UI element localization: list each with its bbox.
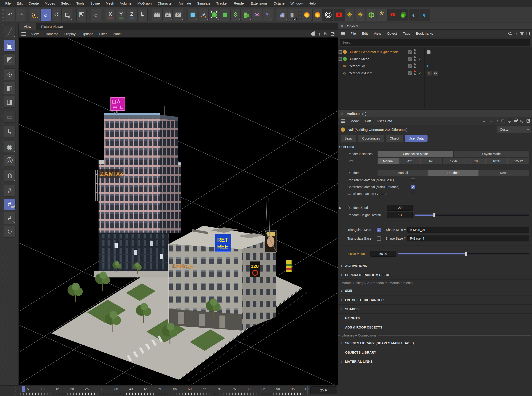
attributes-menu-userdata[interactable]: User Data	[374, 119, 395, 123]
cube-primitive-button[interactable]	[188, 9, 198, 21]
expand-icon[interactable]: +	[338, 50, 342, 54]
filter-icon[interactable]	[508, 120, 511, 122]
home-icon[interactable]: ⌂	[515, 31, 517, 36]
deformer-button[interactable]: ∿	[263, 9, 273, 21]
close-icon[interactable]: ✕	[341, 111, 343, 116]
random-height-input[interactable]: 13	[387, 212, 413, 218]
viewport-menu-panel[interactable]: Panel	[110, 32, 124, 36]
viewport-menu-filter[interactable]: Filter	[96, 32, 110, 36]
enabled-check-icon[interactable]: ✓	[418, 57, 421, 61]
layer-toggle-icon[interactable]	[408, 50, 412, 54]
back-icon[interactable]: ←	[482, 119, 486, 123]
tree-row-building-generator[interactable]: + Building Generator 2.0 @florenoir	[338, 48, 424, 55]
consistent-facade-checkbox[interactable]	[411, 192, 415, 196]
snap-mode-button[interactable]: U	[4, 170, 16, 181]
symmetry-button[interactable]: ⋈	[252, 9, 262, 21]
tab-coordinates[interactable]: Coordinates	[358, 135, 384, 142]
attributes-menu-mode[interactable]: Mode	[348, 119, 362, 123]
render-picture-viewer-button[interactable]: ▶	[162, 9, 173, 21]
render-view-button[interactable]	[152, 9, 162, 21]
size-12x12-button[interactable]: 12x12	[508, 158, 529, 164]
environment-tag-icon[interactable]: ◐	[427, 63, 429, 69]
section-objects-library[interactable]: ›OBJECTS LIBRARY	[338, 348, 532, 357]
objects-menu-view[interactable]: View	[371, 31, 384, 35]
tab-object[interactable]: Object	[386, 135, 403, 142]
tree-row-octanedaylight[interactable]: ☼ OctaneDayLight ✓	[338, 70, 424, 77]
layout-mode-button[interactable]: Layout Mode	[454, 151, 530, 157]
section-ads-roof-objects[interactable]: ›ADS & ROOF OBJECTS	[338, 323, 532, 332]
edge-mode-button[interactable]: ◧	[4, 82, 16, 94]
layer-toggle-icon[interactable]	[408, 64, 412, 68]
section-shapes[interactable]: ›SHAPES	[338, 304, 532, 314]
axis-move-button[interactable]: ↔↕	[91, 9, 101, 21]
tree-row-building-mesh[interactable]: + Building Mesh ✓	[338, 55, 424, 63]
track-marker-icon[interactable]: ▶	[339, 206, 342, 210]
forward-icon[interactable]: →	[489, 119, 493, 123]
workplane-lock-button[interactable]: #	[4, 198, 16, 210]
attributes-hamburger-icon[interactable]	[341, 119, 345, 123]
layer-toggle-icon[interactable]	[408, 71, 412, 75]
y-axis-lock-button[interactable]: Y	[116, 9, 126, 21]
octane-scatter-button[interactable]	[366, 9, 376, 21]
octane-sun2-button[interactable]: ☀	[355, 9, 366, 21]
section-activations[interactable]: ›ACTIVATIONS	[338, 261, 532, 270]
menu-animate[interactable]: Animate	[176, 1, 194, 5]
visibility-dots[interactable]	[414, 70, 416, 76]
x-axis-lock-button[interactable]: X	[105, 9, 115, 21]
point-mode-button[interactable]: ⊙	[4, 68, 16, 80]
viewport-menu-display[interactable]: Display	[61, 32, 78, 36]
object-name[interactable]: Building Mesh	[349, 57, 369, 61]
size-4x4-button[interactable]: 4x4	[399, 158, 420, 164]
solo-mode-button[interactable]: ◉	[4, 141, 16, 153]
octane-starburst-button[interactable]: *	[377, 9, 387, 21]
preset-dropdown[interactable]: Custom ▼	[497, 126, 531, 133]
auto-mode-button[interactable]: Ⓐ	[4, 155, 16, 166]
layer-toggle-icon[interactable]	[408, 57, 412, 61]
menu-edit[interactable]: Edit	[14, 1, 26, 5]
render-settings-button[interactable]: ⚙	[173, 9, 183, 21]
texture-mode-button[interactable]: ◩	[4, 53, 16, 65]
coordinate-system-button[interactable]: ↳	[137, 9, 148, 21]
building-mid-block[interactable]: ZAMIXA	[95, 160, 181, 233]
model-mode-button[interactable]: ▣	[4, 40, 16, 52]
octane-hdri-button[interactable]: ◐	[409, 9, 419, 21]
size-6x6-button[interactable]: 6x6	[421, 158, 442, 164]
triangulate-main-checkbox[interactable]: ✓	[377, 228, 381, 232]
octane-camera-button[interactable]	[334, 9, 344, 21]
tab-picture-viewer[interactable]: Picture Viewer	[36, 23, 68, 30]
end-frame-field[interactable]: 25 F	[310, 386, 337, 394]
tree-row-octanesky[interactable]: ⊕ OctaneSky	[338, 63, 424, 70]
menu-octane[interactable]: Octane	[271, 1, 287, 5]
objects-menu-tags[interactable]: Tags	[400, 31, 413, 35]
size-manual-button[interactable]: Manual	[378, 158, 399, 164]
object-name[interactable]: OctaneDayLight	[349, 71, 372, 75]
sun-tag-icon[interactable]: ☀	[427, 71, 432, 76]
viewport-canvas[interactable]: ZAMIXA ZAMIXA	[19, 38, 338, 385]
random-seed-input[interactable]: 22	[387, 205, 413, 211]
menu-modes[interactable]: Modes	[42, 1, 58, 5]
mograph-cloner-button[interactable]	[241, 9, 251, 21]
gear-tag-icon[interactable]: ⚙	[433, 71, 438, 76]
transform-tool-button[interactable]: ⇱	[77, 9, 87, 21]
popout-icon[interactable]	[526, 119, 530, 123]
object-name[interactable]: Building Generator 2.0 @florenoir	[349, 50, 398, 54]
menu-render[interactable]: Render	[231, 1, 248, 5]
array-grid-button[interactable]: ▦	[277, 9, 287, 21]
search-icon[interactable]	[508, 32, 512, 35]
size-10x10-button[interactable]: 10x10	[486, 158, 507, 164]
shape-main-input[interactable]: A-Main_01	[408, 227, 529, 233]
menu-volume[interactable]: Volume	[117, 1, 134, 5]
octane-explosion-button[interactable]	[301, 9, 312, 21]
size-12x6-button[interactable]: 12x6	[443, 158, 464, 164]
live-selection-button[interactable]: ▸	[30, 9, 40, 21]
close-icon[interactable]: ✕	[341, 24, 343, 28]
generator-button[interactable]	[220, 9, 230, 21]
objects-menu-edit[interactable]: Edit	[359, 31, 371, 35]
section-separate-random-seeds[interactable]: ›SEPARATE RANDOM SEEDS	[338, 270, 532, 279]
size-8x8-button[interactable]: 8x8	[464, 158, 486, 164]
note-tag-icon[interactable]	[427, 50, 431, 54]
random-manual-button[interactable]: Manual	[378, 170, 428, 176]
timeline-playhead[interactable]	[22, 386, 25, 392]
shape-base-input[interactable]: R-Base_4	[408, 235, 529, 241]
menu-help[interactable]: Help	[306, 1, 319, 5]
